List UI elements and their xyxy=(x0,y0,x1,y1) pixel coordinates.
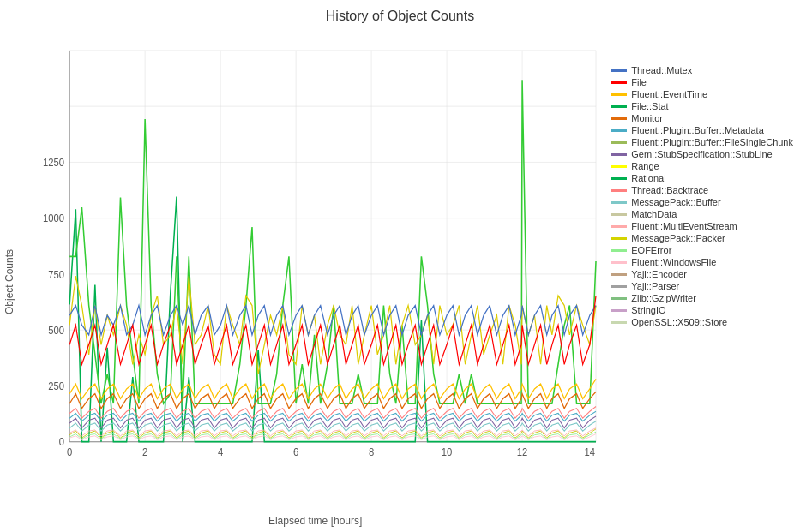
legend-label: Fluent::MultiEventStream xyxy=(631,221,737,231)
legend-item: File xyxy=(611,77,793,87)
legend-color-swatch xyxy=(611,141,627,144)
legend-item: Monitor xyxy=(611,113,793,123)
legend-item: Fluent::EventTime xyxy=(611,89,793,99)
svg-text:500: 500 xyxy=(48,324,64,337)
legend-label: Zlib::GzipWriter xyxy=(631,293,696,303)
legend-label: Yajl::Parser xyxy=(631,281,679,291)
y-axis-label: Object Counts xyxy=(0,31,26,532)
legend-label: MessagePack::Buffer xyxy=(631,197,720,207)
legend-item: Rational xyxy=(611,173,793,183)
legend-item: Gem::StubSpecification::StubLine xyxy=(611,149,793,159)
legend-label: Fluent::Plugin::Buffer::Metadata xyxy=(631,125,764,135)
svg-text:12: 12 xyxy=(517,445,528,458)
svg-text:4: 4 xyxy=(218,445,224,458)
legend-label: Thread::Backtrace xyxy=(631,185,708,195)
legend-label: Rational xyxy=(631,173,665,183)
chart-svg-area: 0 250 500 750 1000 1250 0 2 4 6 8 10 12 … xyxy=(26,31,605,511)
legend-label: File::Stat xyxy=(631,101,668,111)
legend-color-swatch xyxy=(611,285,627,288)
legend-color-swatch xyxy=(611,297,627,300)
legend-label: Yajl::Encoder xyxy=(631,269,687,279)
legend-item: MessagePack::Packer xyxy=(611,233,793,243)
legend-label: Fluent::Plugin::Buffer::FileSingleChunk xyxy=(631,137,793,147)
legend-item: Fluent::WindowsFile xyxy=(611,257,793,267)
legend-color-swatch xyxy=(611,237,627,240)
legend-item: OpenSSL::X509::Store xyxy=(611,317,793,327)
svg-text:10: 10 xyxy=(442,445,453,458)
legend-item: Thread::Backtrace xyxy=(611,185,793,195)
legend-color-swatch xyxy=(611,213,627,216)
svg-text:250: 250 xyxy=(48,380,64,392)
legend-label: MessagePack::Packer xyxy=(631,233,725,243)
legend-color-swatch xyxy=(611,201,627,204)
svg-text:14: 14 xyxy=(585,445,596,458)
svg-text:6: 6 xyxy=(293,445,299,458)
svg-text:0: 0 xyxy=(67,445,73,458)
legend-label: MatchData xyxy=(631,209,677,219)
legend-label: OpenSSL::X509::Store xyxy=(631,317,727,327)
svg-text:8: 8 xyxy=(369,445,375,458)
legend-item: Range xyxy=(611,161,793,171)
legend-label: EOFError xyxy=(631,245,671,255)
legend: Thread::MutexFileFluent::EventTimeFile::… xyxy=(605,31,800,532)
legend-color-swatch xyxy=(611,165,627,168)
legend-color-swatch xyxy=(611,117,627,120)
legend-item: Fluent::Plugin::Buffer::FileSingleChunk xyxy=(611,137,793,147)
legend-item: File::Stat xyxy=(611,101,793,111)
legend-color-swatch xyxy=(611,81,627,84)
legend-color-swatch xyxy=(611,153,627,156)
legend-label: File xyxy=(631,77,647,87)
legend-color-swatch xyxy=(611,105,627,108)
legend-color-swatch xyxy=(611,69,627,72)
legend-color-swatch xyxy=(611,93,627,96)
legend-item: Yajl::Parser xyxy=(611,281,793,291)
legend-color-swatch xyxy=(611,177,627,180)
chart-title: History of Object Counts xyxy=(326,9,474,24)
svg-text:1250: 1250 xyxy=(43,156,64,169)
legend-item: Zlib::GzipWriter xyxy=(611,293,793,303)
x-axis-label: Elapsed time [hours] xyxy=(26,511,605,532)
legend-item: Fluent::MultiEventStream xyxy=(611,221,793,231)
legend-label: Thread::Mutex xyxy=(631,65,692,75)
legend-label: StringIO xyxy=(631,305,665,315)
legend-label: Range xyxy=(631,161,659,171)
legend-color-swatch xyxy=(611,273,627,276)
legend-item: Thread::Mutex xyxy=(611,65,793,75)
legend-label: Fluent::EventTime xyxy=(631,89,707,99)
legend-color-swatch xyxy=(611,261,627,264)
legend-item: Yajl::Encoder xyxy=(611,269,793,279)
legend-color-swatch xyxy=(611,249,627,252)
svg-text:750: 750 xyxy=(48,268,64,281)
legend-label: Fluent::WindowsFile xyxy=(631,257,716,267)
legend-item: EOFError xyxy=(611,245,793,255)
svg-text:2: 2 xyxy=(142,445,148,458)
legend-color-swatch xyxy=(611,225,627,228)
chart-container: History of Object Counts Object Counts xyxy=(0,0,800,532)
legend-label: Gem::StubSpecification::StubLine xyxy=(631,149,772,159)
legend-item: StringIO xyxy=(611,305,793,315)
legend-item: MatchData xyxy=(611,209,793,219)
legend-color-swatch xyxy=(611,321,627,324)
legend-color-swatch xyxy=(611,189,627,192)
svg-text:0: 0 xyxy=(59,436,65,449)
legend-label: Monitor xyxy=(631,113,663,123)
legend-item: MessagePack::Buffer xyxy=(611,197,793,207)
legend-color-swatch xyxy=(611,129,627,132)
legend-item: Fluent::Plugin::Buffer::Metadata xyxy=(611,125,793,135)
svg-text:1000: 1000 xyxy=(43,212,64,225)
legend-color-swatch xyxy=(611,309,627,312)
